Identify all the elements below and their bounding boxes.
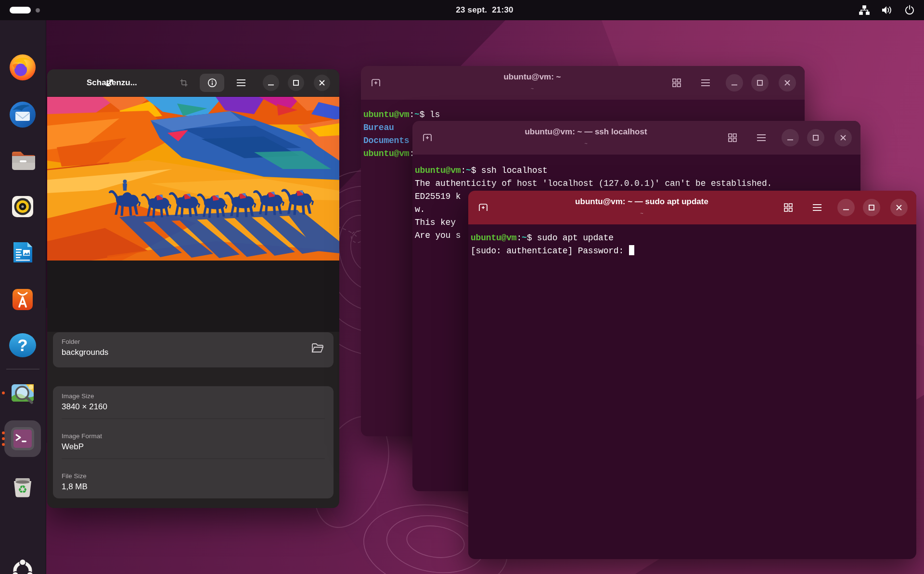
- image-viewer-titlebar[interactable]: Schattenzu...: [47, 69, 339, 97]
- terminal-menu-button[interactable]: [701, 78, 710, 88]
- close-icon: [896, 205, 902, 210]
- open-folder-icon[interactable]: [311, 343, 324, 353]
- running-indicator-dot: [2, 391, 5, 394]
- image-size-value: 3840 × 2160: [62, 402, 325, 412]
- image-format-label: Image Format: [62, 432, 325, 440]
- terminal-maximize-button[interactable]: [807, 129, 824, 146]
- running-indicator-dot: [2, 431, 5, 434]
- terminal-icon: [8, 424, 38, 454]
- terminal-titlebar[interactable]: ubuntu@vm: ~ — ssh localhost ~: [412, 121, 860, 155]
- terminal-window-sudo: ubuntu@vm: ~ — sudo apt update ~ ubuntu@…: [468, 191, 916, 559]
- properties-toggle-button[interactable]: [200, 74, 224, 92]
- file-size-value: 1,8 MB: [62, 482, 325, 492]
- dock-item-trash[interactable]: ♻: [8, 470, 38, 500]
- image-viewer-icon: [8, 378, 38, 408]
- dock-item-thunderbird[interactable]: [8, 100, 38, 130]
- terminal-minimize-button[interactable]: [726, 74, 743, 91]
- terminal-menu-button[interactable]: [757, 133, 766, 143]
- image-viewer-window: Schattenzu...: [47, 69, 339, 508]
- grid-icon: [784, 203, 793, 212]
- divider: [62, 418, 325, 419]
- running-indicator-dot: [2, 443, 5, 446]
- hamburger-menu-icon: [237, 79, 245, 86]
- terminal-close-button[interactable]: [834, 129, 852, 146]
- system-status-area[interactable]: [859, 0, 915, 20]
- terminal-window-title: ubuntu@vm: ~: [404, 72, 660, 82]
- photo-camel-caravan[interactable]: [47, 97, 339, 261]
- viewer-minimize-button[interactable]: [263, 75, 279, 91]
- viewer-close-button[interactable]: [314, 75, 330, 91]
- ubuntu-logo-icon: [8, 556, 38, 574]
- workspace-dot-inactive[interactable]: [36, 8, 40, 13]
- image-format-row: Image Format WebP: [53, 427, 334, 459]
- svg-text:?: ?: [17, 336, 27, 354]
- workspace-pill-active[interactable]: [10, 7, 31, 13]
- app-center-icon: [8, 284, 38, 313]
- terminal-close-button[interactable]: [779, 74, 796, 91]
- maximize-icon: [813, 135, 819, 141]
- maximize-icon: [869, 205, 874, 210]
- minimize-icon: [787, 135, 793, 141]
- info-icon: [207, 78, 217, 88]
- clock-time: 21:30: [492, 5, 513, 15]
- close-icon: [840, 135, 846, 141]
- dock-item-firefox[interactable]: [8, 52, 38, 82]
- terminal-titlebar[interactable]: ubuntu@vm: ~ — sudo apt update ~: [468, 191, 916, 224]
- crop-button[interactable]: [179, 78, 189, 88]
- libreoffice-impress-icon: [8, 237, 38, 267]
- tab-overview-button[interactable]: [672, 78, 681, 88]
- dock-item-app-center[interactable]: [8, 284, 38, 313]
- dock-item-rhythmbox[interactable]: [8, 192, 38, 222]
- tab-overview-button[interactable]: [728, 133, 737, 143]
- image-details-card: Image Size 3840 × 2160 Image Format WebP…: [53, 386, 334, 498]
- hamburger-menu-icon: [813, 204, 821, 211]
- terminal-menu-button[interactable]: [812, 203, 822, 212]
- image-size-row: Image Size 3840 × 2160: [53, 386, 334, 419]
- terminal-maximize-button[interactable]: [751, 74, 769, 91]
- crop-icon: [179, 78, 189, 88]
- file-size-label: File Size: [62, 472, 325, 480]
- firefox-icon: [8, 52, 38, 82]
- terminal-window-subtitle: ~: [468, 210, 815, 216]
- dock-item-terminal[interactable]: [8, 424, 38, 454]
- folder-value: backgrounds: [62, 348, 325, 357]
- terminal-minimize-button[interactable]: [782, 129, 799, 146]
- volume-icon[interactable]: [881, 4, 893, 16]
- terminal-window-title: ubuntu@vm: ~ — sudo apt update: [512, 197, 772, 207]
- dock-item-help[interactable]: ?: [8, 330, 38, 360]
- terminal-cursor: [629, 245, 634, 255]
- hamburger-menu-icon: [701, 79, 710, 86]
- terminal-close-button[interactable]: [890, 199, 908, 216]
- viewer-maximize-button[interactable]: [288, 75, 304, 91]
- terminal-window-subtitle: ~: [412, 141, 759, 146]
- viewer-menu-button[interactable]: [236, 79, 246, 86]
- close-icon: [319, 80, 325, 86]
- terminal-window-subtitle: ~: [361, 86, 704, 91]
- minimize-icon: [732, 80, 737, 86]
- terminal-titlebar[interactable]: ubuntu@vm: ~ ~: [361, 66, 805, 100]
- terminal-maximize-button[interactable]: [863, 199, 880, 216]
- dock-item-files[interactable]: [8, 145, 38, 175]
- power-icon[interactable]: [904, 4, 915, 16]
- dock: ? ♻: [0, 20, 46, 574]
- folder-property-card[interactable]: Folder backgrounds: [53, 332, 334, 367]
- files-icon: [8, 145, 38, 175]
- maximize-icon: [757, 80, 763, 86]
- folder-label: Folder: [62, 338, 325, 345]
- network-wired-icon[interactable]: [859, 4, 870, 16]
- image-format-value: WebP: [62, 442, 325, 452]
- dock-item-image-viewer[interactable]: [8, 378, 38, 408]
- running-indicator-dot: [2, 437, 5, 440]
- divider: [62, 458, 325, 459]
- dock-divider: [6, 369, 39, 369]
- svg-text:♻: ♻: [18, 483, 27, 496]
- help-icon: ?: [8, 330, 38, 360]
- grid-icon: [672, 78, 681, 87]
- tab-overview-button[interactable]: [783, 203, 793, 212]
- dock-item-ubuntu-logo[interactable]: [8, 556, 38, 574]
- minimize-icon: [268, 80, 274, 86]
- terminal-minimize-button[interactable]: [837, 199, 855, 216]
- terminal-output[interactable]: ubuntu@vm:~$ sudo apt update[sudo: authe…: [468, 224, 916, 559]
- dock-item-libreoffice-impress[interactable]: [8, 237, 38, 267]
- clock-menu[interactable]: 23 sept. 21:30: [456, 0, 513, 20]
